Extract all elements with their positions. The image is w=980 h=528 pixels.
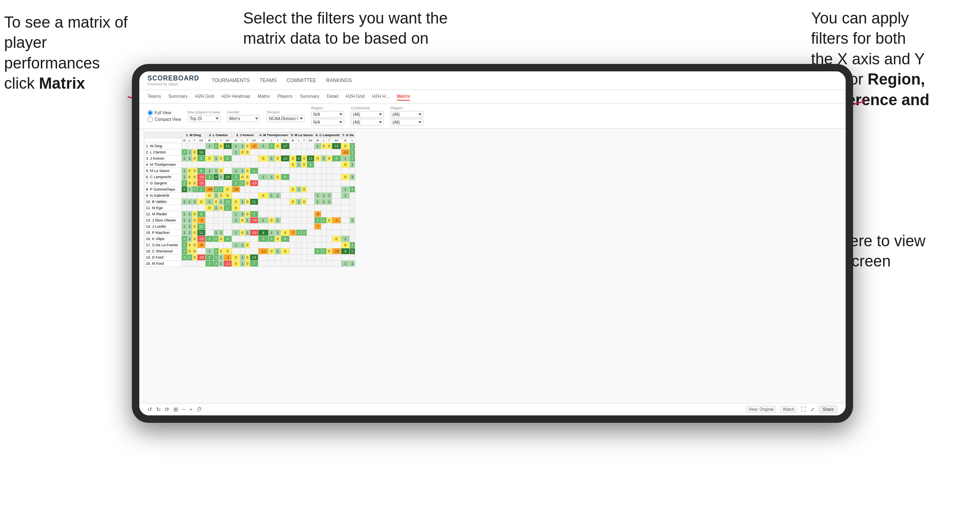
matrix-cell: 1 bbox=[274, 193, 281, 199]
undo-icon[interactable]: ↺ bbox=[148, 406, 152, 412]
clock-icon[interactable]: ⏱ bbox=[197, 406, 202, 412]
col-sub-d5: Dif bbox=[307, 138, 314, 143]
filter-region-select1[interactable]: N/A bbox=[311, 111, 344, 118]
radio-full-view[interactable]: Full View bbox=[148, 110, 181, 116]
matrix-cell bbox=[302, 261, 307, 267]
matrix-cell bbox=[302, 193, 307, 199]
matrix-cell: 1 bbox=[245, 230, 250, 236]
matrix-cell bbox=[218, 180, 223, 186]
matrix-cell bbox=[274, 211, 281, 217]
matrix-cell bbox=[268, 180, 274, 186]
filter-gender-select[interactable]: Men's bbox=[227, 115, 260, 122]
nav-rankings[interactable]: RANKINGS bbox=[326, 76, 352, 85]
matrix-cell bbox=[307, 180, 314, 186]
tab-h2h-heatmap[interactable]: H2H Heatmap bbox=[221, 92, 250, 101]
tab-summary2[interactable]: Summary bbox=[300, 92, 319, 101]
matrix-cell: 2 bbox=[321, 217, 326, 224]
filter-region-select2[interactable]: N/A bbox=[311, 119, 344, 126]
table-row: 15. P Maichon1101111101-194110-722 bbox=[145, 230, 355, 236]
filter-players-select2[interactable]: (All) bbox=[390, 119, 423, 126]
share-btn[interactable]: Share bbox=[819, 405, 837, 413]
matrix-cell bbox=[350, 236, 355, 242]
matrix-cell: 0 bbox=[341, 143, 349, 149]
matrix-cell bbox=[296, 242, 302, 248]
tab-matrix[interactable]: Matrix bbox=[258, 92, 270, 101]
matrix-cell: 1 bbox=[250, 211, 258, 217]
matrix-cell bbox=[290, 193, 296, 199]
matrix-cell: 2 bbox=[182, 248, 188, 255]
col-sub-w6: W bbox=[314, 138, 321, 143]
nav-tournaments[interactable]: TOURNAMENTS bbox=[212, 76, 250, 85]
grid-icon[interactable]: ⊞ bbox=[173, 406, 178, 412]
refresh-icon[interactable]: ⟳ bbox=[165, 406, 169, 412]
tab-h2h-grid2[interactable]: H2H Grid bbox=[346, 92, 365, 101]
matrix-cell bbox=[326, 261, 332, 267]
matrix-cell: 0 bbox=[274, 156, 281, 162]
matrix-cell bbox=[250, 242, 258, 248]
matrix-cell: 0 bbox=[245, 211, 250, 217]
matrix-cell: 0 bbox=[274, 143, 281, 149]
view-original-btn[interactable]: View: Original bbox=[746, 406, 776, 413]
matrix-cell: 0 bbox=[187, 168, 192, 174]
matrix-cell bbox=[326, 174, 332, 180]
col-sub-w3: W bbox=[232, 138, 240, 143]
matrix-cell: 1 bbox=[187, 217, 192, 224]
col-sub-t1: T bbox=[192, 138, 197, 143]
matrix-cell bbox=[182, 261, 188, 267]
matrix-cell: 1 bbox=[274, 217, 281, 224]
matrix-cell bbox=[240, 205, 245, 211]
matrix-cell bbox=[268, 205, 274, 211]
filter-division-select[interactable]: NCAA Division I bbox=[267, 115, 305, 122]
fullscreen-icon[interactable]: ⤢ bbox=[810, 406, 815, 412]
matrix-cell: 1 bbox=[218, 230, 223, 236]
filter-region-label: Region bbox=[311, 106, 344, 110]
watch-btn[interactable]: Watch bbox=[780, 406, 797, 413]
tab-matrix-active[interactable]: Matrix bbox=[397, 92, 410, 101]
radio-compact-view[interactable]: Compact View bbox=[148, 117, 181, 122]
matrix-cell bbox=[314, 174, 321, 180]
filter-max-players-select[interactable]: Top 25 bbox=[188, 115, 220, 122]
matrix-cell: 0 bbox=[192, 236, 197, 242]
matrix-cell bbox=[223, 180, 232, 186]
matrix-cell bbox=[332, 162, 341, 168]
tab-summary[interactable]: Summary bbox=[168, 92, 188, 101]
matrix-cell: 1 bbox=[307, 162, 314, 168]
tab-detail[interactable]: Detail bbox=[327, 92, 338, 101]
matrix-cell bbox=[332, 211, 341, 217]
filter-conference-select2[interactable]: (All) bbox=[351, 119, 384, 126]
matrix-table: 1. W Ding 2. L Clanton 3. J Koivun 4. M … bbox=[144, 132, 355, 267]
matrix-cell bbox=[187, 205, 192, 211]
tab-h2h-grid[interactable]: H2H Grid bbox=[195, 92, 214, 101]
tab-players[interactable]: Players bbox=[277, 92, 293, 101]
matrix-cell bbox=[314, 242, 321, 248]
zoom-out-icon[interactable]: − bbox=[182, 406, 185, 412]
matrix-cell bbox=[290, 224, 296, 230]
matrix-cell bbox=[350, 180, 355, 186]
matrix-cell bbox=[274, 199, 281, 205]
tab-teams[interactable]: Teams bbox=[148, 92, 161, 101]
matrix-cell: 1 bbox=[240, 143, 245, 149]
matrix-cell bbox=[192, 261, 197, 267]
nav-committee[interactable]: COMMITTEE bbox=[286, 76, 316, 85]
zoom-in-icon[interactable]: + bbox=[190, 406, 193, 412]
nav-teams[interactable]: TEAMS bbox=[260, 76, 277, 85]
matrix-cell bbox=[240, 224, 245, 230]
redo-icon[interactable]: ↻ bbox=[156, 406, 161, 412]
annotation-top-left: To see a matrix of player performances c… bbox=[4, 12, 144, 94]
matrix-cell bbox=[213, 224, 218, 230]
tab-h2h-h[interactable]: H2H H... bbox=[372, 92, 389, 101]
filter-conference-select1[interactable]: (All) bbox=[351, 111, 384, 118]
matrix-cell: 2 bbox=[205, 236, 213, 242]
matrix-cell bbox=[302, 248, 307, 255]
matrix-cell bbox=[290, 174, 296, 180]
matrix-cell bbox=[281, 199, 289, 205]
screen-share-icon[interactable]: ⛶ bbox=[801, 406, 806, 412]
table-row: 3. J Koivun110201020101304011010312 bbox=[145, 156, 355, 162]
matrix-cell: 2 bbox=[302, 230, 307, 236]
matrix-cell: 2 bbox=[350, 149, 355, 156]
filter-players-select1[interactable]: (All) bbox=[390, 111, 423, 118]
matrix-cell bbox=[314, 162, 321, 168]
matrix-cell: 1 bbox=[341, 236, 349, 242]
matrix-cell: 3 bbox=[232, 174, 240, 180]
matrix-cell: 0 bbox=[232, 199, 240, 205]
